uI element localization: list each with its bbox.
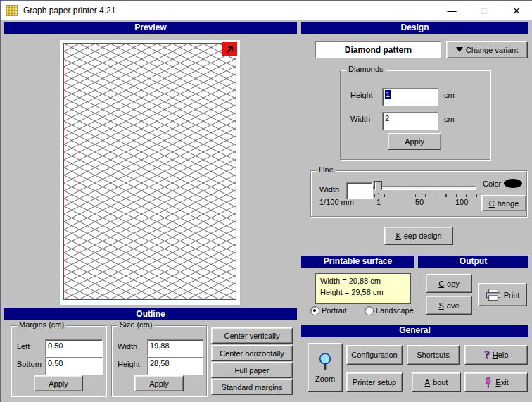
landscape-radio-label: Landscape (376, 306, 414, 315)
app-icon (6, 5, 18, 16)
magnifier-icon (317, 353, 333, 372)
about-button[interactable]: About (412, 372, 461, 392)
slider-tick-mid-label: 50 (415, 198, 424, 206)
zoom-button[interactable]: Zoom (308, 343, 343, 392)
help-button-label: Help (493, 351, 509, 359)
question-mark-icon: ? (484, 348, 490, 361)
change-variant-button[interactable]: Change variant (446, 41, 528, 58)
printable-surface-info: Width = 20,88 cm Height = 29,58 cm (315, 273, 411, 304)
diamonds-group-legend: Diamonds (346, 65, 386, 73)
line-width-slider[interactable] (373, 181, 476, 194)
exit-button-label: Exit (495, 378, 508, 387)
margins-group-legend: Margins (cm) (17, 320, 66, 329)
size-height-label: Height (118, 360, 140, 368)
margin-left-label: Left (17, 342, 30, 351)
line-group-legend: Line (317, 165, 336, 174)
line-group: Line Width 1/100 mm 1 50 100 Color Chang… (310, 170, 527, 217)
diamonds-apply-button[interactable]: Apply (388, 133, 441, 150)
configuration-button[interactable]: Configuration (346, 345, 403, 365)
size-group-legend: Size (cm) (118, 320, 154, 329)
preview-paper (59, 39, 241, 306)
diamond-width-unit: cm (444, 115, 455, 123)
line-color-change-button[interactable]: Change (481, 195, 526, 211)
shortcuts-button[interactable]: Shortcuts (407, 345, 460, 365)
exit-icon (483, 377, 493, 389)
window-title: Graph paper printer 4.21 (23, 6, 115, 15)
size-apply-button[interactable]: Apply (134, 375, 184, 391)
diamond-height-unit: cm (444, 91, 455, 99)
general-section-header: General (301, 325, 528, 337)
full-paper-button[interactable]: Full paper (211, 362, 293, 378)
diamond-height-label: Height (350, 91, 373, 99)
copy-button[interactable]: Copy (426, 274, 472, 293)
preview-section-header: Preview (4, 22, 297, 34)
print-button[interactable]: Print (478, 283, 527, 306)
maximize-button[interactable]: □ (468, 1, 500, 20)
arrow-up-right-icon (224, 44, 236, 55)
keep-design-button[interactable]: Keep design (384, 227, 453, 245)
portrait-radio-label: Portrait (322, 306, 346, 315)
diamonds-group: Diamonds Height 1 cm Width 2 cm Apply (340, 70, 490, 160)
margins-apply-button[interactable]: Apply (34, 375, 83, 391)
change-variant-label: Change variant (466, 46, 519, 54)
minimize-button[interactable]: — (436, 1, 468, 20)
titlebar: Graph paper printer 4.21 — □ ✕ (1, 1, 532, 20)
expand-preview-button[interactable] (222, 42, 237, 56)
landscape-radio[interactable] (365, 306, 374, 315)
help-button[interactable]: ? Help (464, 345, 528, 365)
standard-margins-button[interactable]: Standard margins (211, 379, 293, 395)
line-width-input[interactable] (346, 182, 373, 199)
save-button[interactable]: Save (426, 296, 472, 315)
printable-surface-section-header: Printable surface (301, 256, 414, 268)
diamond-width-label: Width (350, 115, 370, 123)
center-horizontally-button[interactable]: Center horizontally (211, 345, 293, 361)
diamond-height-value: 1 (385, 90, 391, 99)
slider-tick-max-label: 100 (455, 198, 468, 206)
line-color-label: Color (483, 180, 501, 188)
size-height-input[interactable]: 28,58 (147, 357, 203, 375)
outline-section-header: Outline (4, 308, 297, 320)
diamond-width-input[interactable]: 2 (382, 112, 438, 130)
pattern-name-display: Diamond pattern (315, 41, 441, 58)
caption-buttons: — □ ✕ (436, 1, 532, 20)
portrait-radio[interactable] (310, 306, 319, 315)
size-width-label: Width (118, 342, 137, 351)
slider-tick-marks (374, 194, 477, 197)
close-button[interactable]: ✕ (500, 1, 532, 20)
line-width-label: Width (319, 185, 339, 194)
zoom-button-label: Zoom (315, 375, 335, 383)
printer-icon (486, 289, 501, 301)
print-button-label: Print (504, 291, 520, 299)
slider-tick-min-label: 1 (376, 198, 381, 206)
size-group: Size (cm) Width 19,88 Height 28,58 Apply (111, 325, 207, 396)
exit-button[interactable]: Exit (464, 372, 528, 392)
app-window: { "window": { "title": "Graph paper prin… (0, 0, 532, 402)
output-section-header: Output (418, 256, 528, 268)
size-width-input[interactable]: 19,88 (147, 339, 203, 357)
margin-bottom-label: Bottom (17, 360, 42, 368)
diamond-height-input[interactable]: 1 (382, 88, 438, 106)
line-color-swatch (504, 179, 522, 188)
line-width-unit-label: 1/100 mm (319, 198, 354, 206)
preview-diamond-pattern (63, 43, 236, 300)
chevron-down-icon (456, 47, 463, 52)
design-section-header: Design (301, 22, 528, 34)
printable-width-text: Width = 20,88 cm (320, 275, 406, 287)
center-vertically-button[interactable]: Center vertically (211, 327, 293, 344)
margin-left-input[interactable]: 0,50 (45, 339, 103, 357)
margins-group: Margins (cm) Left 0,50 Bottom 0,50 Apply (11, 325, 106, 396)
printable-height-text: Height = 29,58 cm (320, 287, 406, 298)
printer-setup-button[interactable]: Printer setup (346, 372, 403, 392)
slider-thumb[interactable] (374, 181, 382, 194)
margin-bottom-input[interactable]: 0,50 (45, 357, 103, 375)
slider-track[interactable] (373, 186, 476, 190)
